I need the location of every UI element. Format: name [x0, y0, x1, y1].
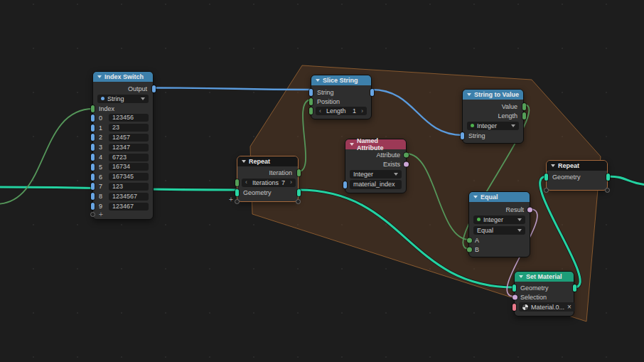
node-editor-canvas[interactable]: Index Switch Output String Index 0123456…	[0, 0, 644, 362]
collapse-chevron-icon[interactable]	[316, 79, 320, 82]
output-socket[interactable]	[152, 85, 156, 92]
item-socket[interactable]	[91, 144, 95, 151]
item-socket[interactable]	[91, 174, 95, 181]
collapse-chevron-icon[interactable]	[519, 275, 523, 278]
item-socket[interactable]	[91, 134, 95, 141]
geometry-output-socket[interactable]	[606, 174, 610, 181]
data-type-dropdown[interactable]: Integer	[473, 215, 525, 224]
node-header-set-material[interactable]: Set Material	[515, 272, 574, 282]
extend-socket[interactable]	[90, 212, 95, 217]
b-input-socket[interactable]	[467, 247, 472, 252]
node-repeat-input[interactable]: Repeat Iteration ‹ Iterations 7 › Geomet…	[237, 156, 299, 202]
node-string-to-value[interactable]: String to Value Value Length Integer Str	[462, 89, 524, 144]
geometry-input-socket[interactable]	[235, 189, 239, 196]
value-output-socket[interactable]	[522, 103, 526, 110]
item-socket[interactable]	[91, 115, 95, 122]
selection-input-socket[interactable]	[512, 294, 517, 299]
collapse-chevron-icon[interactable]	[242, 160, 246, 163]
string-label: String	[317, 89, 334, 96]
node-title: Repeat	[249, 158, 270, 165]
length-field[interactable]: ‹ Length 1 ›	[316, 107, 367, 115]
add-item-button[interactable]: +	[229, 196, 233, 203]
extend-socket[interactable]	[605, 188, 610, 193]
node-named-attribute[interactable]: Named Attribute Attribute Exists Integer…	[345, 139, 407, 193]
node-repeat-output[interactable]: Repeat Geometry	[546, 160, 608, 191]
add-item-button[interactable]: +	[99, 211, 103, 218]
geometry-output-socket[interactable]	[297, 189, 301, 196]
attribute-output-socket[interactable]	[404, 152, 409, 157]
item-socket[interactable]	[91, 183, 95, 190]
node-equal[interactable]: Equal Result Integer Equal	[468, 191, 530, 257]
length-socket[interactable]	[309, 107, 313, 115]
item-value-field[interactable]: 123456	[109, 114, 149, 122]
node-header-slice-string[interactable]: Slice String	[311, 75, 371, 85]
node-header-index-switch[interactable]: Index Switch	[93, 72, 153, 82]
a-input-socket[interactable]	[467, 238, 472, 243]
iteration-output-socket[interactable]	[297, 169, 301, 176]
index-socket[interactable]	[91, 105, 95, 112]
length-output-socket[interactable]	[522, 112, 526, 119]
string-output-socket[interactable]	[370, 89, 374, 96]
collapse-chevron-icon[interactable]	[97, 75, 102, 78]
string-input-socket[interactable]	[461, 132, 464, 139]
item-value-field[interactable]: 167345	[109, 173, 149, 181]
node-header-repeat-input[interactable]: Repeat	[237, 156, 298, 166]
attribute-socket-row: Attribute	[345, 150, 406, 159]
item-value-field[interactable]: 23	[109, 124, 149, 132]
geometry-output-socket[interactable]	[573, 284, 576, 292]
extend-socket[interactable]	[296, 199, 301, 204]
collapse-chevron-icon[interactable]	[473, 196, 478, 198]
item-value-field[interactable]: 12457	[109, 134, 149, 142]
item-value-field[interactable]: 12347	[109, 144, 149, 151]
item-socket[interactable]	[91, 124, 95, 132]
node-set-material[interactable]: Set Material Geometry Selection Material…	[514, 271, 574, 316]
item-value-field[interactable]: 16734	[109, 163, 149, 171]
item-value-field[interactable]: 6723	[109, 154, 149, 161]
selection-label: Selection	[520, 294, 547, 301]
item-value-field[interactable]: 1234567	[109, 193, 149, 201]
link-geometry-out	[608, 176, 644, 185]
extend-socket[interactable]	[544, 188, 549, 193]
material-selector[interactable]: Material.0... ×	[519, 302, 575, 312]
collapse-chevron-icon[interactable]	[467, 93, 471, 96]
collapse-chevron-icon[interactable]	[350, 143, 354, 146]
string-socket-row: String	[463, 131, 523, 140]
item-socket[interactable]	[91, 193, 95, 200]
a-label: A	[475, 237, 479, 244]
collapse-chevron-icon[interactable]	[551, 164, 555, 167]
name-socket[interactable]	[343, 181, 347, 188]
item-socket[interactable]	[91, 164, 95, 171]
decrement-arrow[interactable]: ‹	[319, 108, 321, 115]
increment-arrow[interactable]: ›	[361, 108, 363, 115]
item-value-field[interactable]: 123467	[109, 203, 149, 211]
increment-arrow[interactable]: ›	[290, 179, 292, 186]
item-value-field[interactable]: 123	[109, 183, 149, 191]
data-type-dropdown[interactable]: Integer	[350, 170, 402, 179]
clear-material-icon[interactable]: ×	[567, 303, 571, 311]
result-output-socket[interactable]	[527, 207, 532, 212]
string-input-socket[interactable]	[309, 89, 313, 96]
geometry-input-socket[interactable]	[512, 284, 516, 292]
node-title: Slice String	[323, 77, 358, 84]
data-type-dropdown[interactable]: String	[97, 95, 149, 103]
node-header-equal[interactable]: Equal	[469, 192, 530, 202]
exists-output-socket[interactable]	[404, 161, 409, 166]
attribute-name-input[interactable]: material_index	[350, 180, 402, 189]
material-input-socket[interactable]	[512, 304, 516, 311]
node-slice-string[interactable]: Slice String String Position ‹ Length 1 …	[311, 75, 372, 119]
extend-socket[interactable]	[235, 199, 240, 204]
iterations-socket[interactable]	[235, 179, 239, 186]
item-socket[interactable]	[91, 203, 95, 210]
item-socket[interactable]	[91, 154, 95, 161]
operation-dropdown[interactable]: Equal	[473, 226, 525, 235]
node-header-named-attribute[interactable]: Named Attribute	[345, 139, 406, 149]
node-header-repeat-output[interactable]: Repeat	[547, 161, 607, 171]
link-to-switch-index	[0, 109, 93, 204]
node-header-string-to-value[interactable]: String to Value	[463, 90, 523, 100]
node-index-switch[interactable]: Index Switch Output String Index 0123456…	[92, 71, 154, 220]
geometry-input-socket[interactable]	[544, 174, 548, 181]
decrement-arrow[interactable]: ‹	[245, 179, 247, 186]
position-socket[interactable]	[309, 98, 313, 105]
iterations-field[interactable]: ‹ Iterations 7 ›	[242, 179, 296, 187]
data-type-dropdown[interactable]: Integer	[467, 122, 519, 130]
